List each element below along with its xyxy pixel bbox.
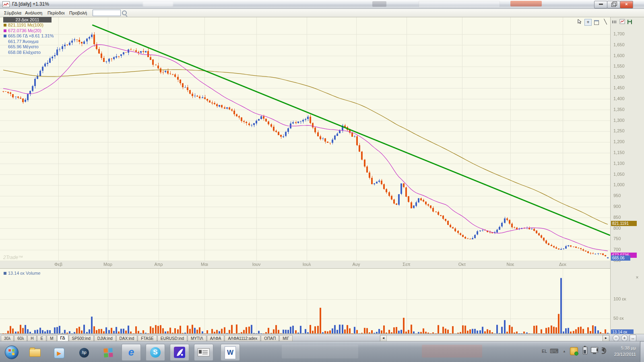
application-window: ΓΔ [daily] +1.31% × Σύμβολα Ανάλυση Περί… [0, 0, 644, 362]
tab-ΑΛΦΑ1112:adex[interactable]: ΑΛΦΑ1112:adex [225, 335, 260, 341]
tab-DJIA:ind[interactable]: DJIA:ind [94, 335, 116, 341]
search-icon[interactable] [122, 10, 127, 15]
title-bar[interactable]: ΓΔ [daily] +1.31% × [0, 0, 644, 9]
price-volume-chart-canvas[interactable] [0, 17, 644, 334]
menu-symbols[interactable]: Σύμβολα [2, 10, 23, 16]
trendline-tool-icon[interactable]: ╲ [602, 19, 609, 25]
skype-button[interactable]: S [146, 344, 165, 361]
restore-icon [611, 3, 616, 7]
save-icon[interactable] [626, 19, 633, 25]
restore-button[interactable] [607, 1, 620, 8]
ma20-swatch [4, 29, 6, 32]
explorer-icon[interactable] [29, 347, 41, 358]
menu-view[interactable]: Προβολή [68, 10, 89, 16]
background-window-fragment [372, 1, 386, 7]
chart-legend: 23 Δεκ 2011 821.1191 Με(100) 672.0736 Με… [3, 17, 54, 55]
media-player-icon[interactable]: ▶ [53, 347, 65, 358]
menu-analysis[interactable]: Ανάλυση [23, 10, 44, 16]
windows-flag-icon [12, 353, 14, 355]
background-window-fragment [282, 345, 358, 358]
tab-Η[interactable]: Η [27, 335, 37, 341]
internet-explorer-icon: e [122, 344, 140, 360]
ma100-axis-tag: 821.1191 [611, 221, 637, 226]
gray-app-button[interactable] [194, 344, 213, 361]
tab-60λ[interactable]: 60λ [14, 335, 27, 341]
ma100-swatch [4, 24, 6, 27]
skype-icon: S [150, 347, 161, 358]
tab-Μ[interactable]: Μ [47, 335, 56, 341]
close-axis-tag: 665.06 [611, 255, 630, 261]
menu-bar: Σύμβολα Ανάλυση Περίοδοι Προβολή + ╲ [0, 9, 644, 17]
language-indicator[interactable]: EL [542, 349, 547, 354]
update-globe-icon[interactable] [570, 347, 578, 355]
tab-EURUSD:ind[interactable]: EURUSD:ind [157, 335, 187, 341]
tab-Ε[interactable]: Ε [37, 335, 46, 341]
clock-date: 23/12/2011 [607, 351, 636, 358]
background-window-fragment [419, 1, 500, 8]
scroll-left-button[interactable]: ◄ [380, 335, 387, 341]
clock-time: 5:38 μμ [607, 345, 636, 351]
purple-app-icon [174, 347, 185, 358]
zoom-out-button[interactable]: − [613, 335, 619, 341]
legend-ma20: 672.0736 Με(20) [8, 28, 41, 33]
tab-ΜΙΓ[interactable]: ΜΙΓ [279, 335, 293, 341]
save-glyph [627, 20, 632, 24]
keyboard-icon[interactable]: ⌨ [550, 348, 559, 355]
hp-icon[interactable]: hp [78, 347, 90, 358]
tab-ΟΠΑΠ[interactable]: ΟΠΑΠ [261, 335, 279, 341]
show-desktop-button[interactable] [640, 341, 644, 362]
legend-low: 658.08 Ελάχιστο [8, 50, 41, 55]
tab-30λ[interactable]: 30λ [1, 335, 14, 341]
clock[interactable]: 5:38 μμ 23/12/2011 [607, 345, 636, 358]
word-icon: W [225, 346, 236, 359]
legend-ma100: 821.1191 Με(100) [8, 23, 43, 27]
pointer-tool-icon[interactable] [576, 19, 583, 25]
word-button[interactable]: W [221, 344, 240, 361]
taskbar: ▶ hp e S W EL ⌨ ▲ 5:38 μμ 23/12/2011 [0, 341, 644, 362]
chart-type-icon[interactable] [619, 19, 625, 25]
background-window-fragment [510, 1, 542, 6]
minimize-icon [599, 4, 603, 5]
start-button[interactable] [5, 346, 19, 359]
close-button[interactable]: × [620, 1, 633, 8]
tab-bar: 30λ60λΗΕΜΓΔSP500:indDJIA:indDAX:indFTASE… [0, 334, 644, 341]
window-title: ΓΔ [daily] +1.31% [12, 1, 49, 7]
crosshair-tool-icon[interactable]: + [584, 19, 592, 26]
tab-ΜΥΤΙΛ[interactable]: ΜΥΤΙΛ [188, 335, 206, 341]
speaker-icon[interactable] [601, 348, 605, 352]
tab-DAX:ind[interactable]: DAX:ind [116, 335, 138, 341]
legend-price: 665.06 ΓΔ +8.61 1.31% [8, 33, 54, 38]
grid-tool-icon[interactable] [611, 19, 617, 25]
legend-date: 23 Δεκ 2011 [3, 17, 52, 23]
tab-scrollbar-track[interactable] [386, 335, 603, 341]
purple-app-button[interactable] [170, 344, 189, 361]
grid-glyph [612, 21, 617, 23]
watermark: 2Trade™ [3, 255, 23, 260]
zoom-in-button[interactable]: + [621, 335, 628, 341]
chart-icon [2, 1, 10, 7]
volume-pane-close-icon[interactable]: × [634, 275, 640, 281]
scroll-right-button[interactable]: ► [603, 335, 609, 341]
price-swatch [4, 35, 6, 37]
menu-periods[interactable]: Περίοδοι [46, 10, 66, 16]
tab-SP500:ind[interactable]: SP500:ind [69, 335, 94, 341]
windows-flag-icon [8, 353, 11, 355]
minimize-button[interactable] [594, 1, 607, 8]
internet-explorer-button[interactable]: e [122, 344, 141, 361]
gray-app-icon [198, 348, 210, 356]
photo-viewer-icon[interactable] [102, 347, 114, 358]
background-window-fragment [143, 2, 173, 6]
window-glyph [594, 20, 599, 25]
window-layout-icon[interactable] [593, 19, 600, 25]
tab-ΓΔ[interactable]: ΓΔ [57, 335, 68, 341]
symbol-search-input[interactable] [93, 10, 121, 16]
hidden-icons-arrow[interactable]: ▲ [563, 350, 566, 353]
windows-flag-icon [12, 349, 14, 352]
background-window-fragment [422, 345, 482, 358]
battery-icon[interactable] [583, 347, 587, 354]
legend-high: 665.96 Μέγιστο [8, 44, 39, 49]
tab-ΑΛΦΑ[interactable]: ΑΛΦΑ [207, 335, 225, 341]
windows-flag-icon [8, 349, 11, 352]
fit-width-button[interactable]: ↔ [630, 335, 636, 341]
tab-FTASE[interactable]: FTASE [138, 335, 157, 341]
